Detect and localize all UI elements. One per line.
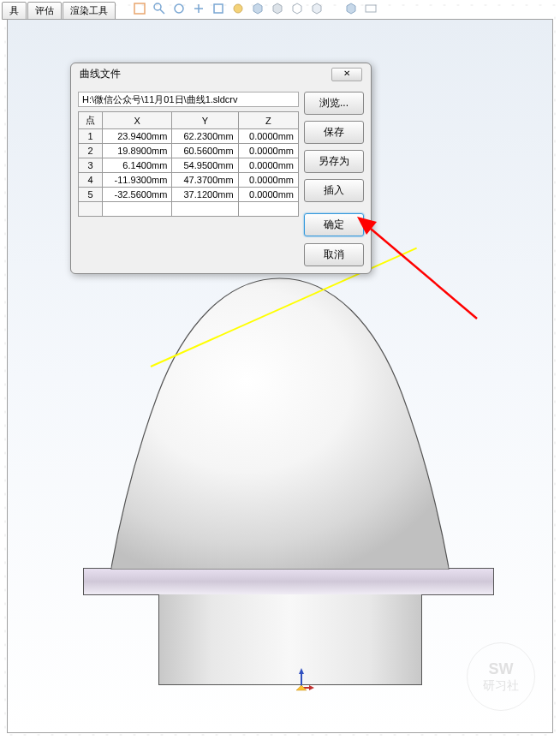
table-row[interactable]: 2 19.8900mm 60.5600mm 0.0000mm (79, 144, 299, 158)
svg-marker-9 (299, 668, 304, 674)
menu-tab-tool[interactable]: 具 (2, 2, 27, 20)
dialog-close-button[interactable]: ✕ (331, 68, 362, 81)
tool-icon-11[interactable] (344, 2, 358, 15)
table-row-empty[interactable] (79, 202, 299, 217)
col-header-point: 点 (79, 112, 103, 129)
tool-icon-4[interactable] (192, 2, 206, 15)
svg-rect-7 (366, 5, 376, 12)
col-header-x: X (103, 112, 172, 129)
table-row[interactable]: 1 23.9400mm 62.2300mm 0.0000mm (79, 129, 299, 144)
svg-rect-1 (134, 3, 145, 14)
browse-button[interactable]: 浏览... (304, 92, 364, 115)
insert-button[interactable]: 插入 (304, 179, 364, 202)
dialog-titlebar[interactable]: 曲线文件 ✕ (71, 63, 371, 85)
tool-icon-1[interactable] (133, 2, 146, 15)
model-flange (83, 568, 494, 595)
tool-icon-12[interactable] (364, 2, 378, 15)
svg-point-4 (175, 4, 183, 13)
svg-point-2 (154, 3, 161, 10)
curve-file-dialog: 曲线文件 ✕ 点 X Y Z 1 23.9400mm (70, 63, 372, 274)
watermark-sw: SW (489, 660, 514, 678)
save-button[interactable]: 保存 (304, 121, 364, 144)
tool-icon-10[interactable] (310, 2, 324, 15)
menu-tabs: 具 评估 渲染工具 (2, 2, 116, 20)
tool-icon-7[interactable] (251, 2, 265, 15)
col-header-z: Z (238, 112, 298, 129)
svg-rect-5 (214, 4, 223, 13)
svg-point-6 (234, 4, 242, 13)
svg-line-13 (366, 224, 477, 319)
watermark-text: 研习社 (483, 678, 519, 694)
table-row[interactable]: 4 -11.9300mm 47.3700mm 0.0000mm (79, 173, 299, 188)
coordinates-table: 点 X Y Z 1 23.9400mm 62.2300mm 0.0000mm 2 (78, 111, 299, 217)
tool-icon-3[interactable] (172, 2, 186, 15)
watermark: SW 研习社 (467, 642, 535, 711)
menu-tab-render[interactable]: 渲染工具 (63, 2, 116, 20)
tool-icon-8[interactable] (271, 2, 284, 15)
tool-icon-6[interactable] (231, 2, 245, 15)
tool-icon-2[interactable] (152, 2, 166, 15)
annotation-arrow (353, 212, 481, 323)
col-header-y: Y (172, 112, 238, 129)
dialog-title-text: 曲线文件 (80, 67, 121, 81)
table-row[interactable]: 5 -32.5600mm 37.1200mm 0.0000mm (79, 188, 299, 202)
svg-line-3 (160, 9, 164, 14)
file-path-input[interactable] (78, 92, 299, 107)
save-as-button[interactable]: 另存为 (304, 150, 364, 173)
menu-tab-evaluate[interactable]: 评估 (27, 2, 62, 20)
triad-origin-icon (289, 666, 314, 692)
table-row[interactable]: 3 6.1400mm 54.9500mm 0.0000mm (79, 158, 299, 173)
svg-marker-11 (309, 685, 314, 690)
tool-icon-9[interactable] (290, 2, 304, 15)
tool-icon-5[interactable] (211, 2, 225, 15)
toolbar (133, 2, 378, 15)
